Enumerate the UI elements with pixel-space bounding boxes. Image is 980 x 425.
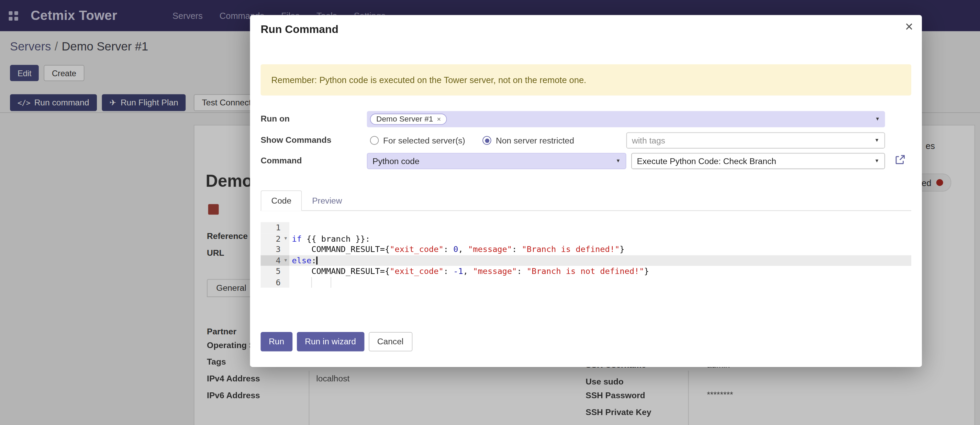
run-on-label: Run on (261, 114, 290, 124)
run-button[interactable]: Run (261, 332, 292, 351)
code-line-text[interactable] (290, 222, 911, 233)
command-label: Command (261, 156, 302, 165)
command-type-select[interactable]: Python code ▼ (367, 153, 627, 169)
text-cursor (317, 256, 318, 264)
caret-down-icon: ▼ (875, 159, 879, 164)
external-link-icon[interactable] (894, 154, 906, 168)
caret-down-icon: ▼ (875, 117, 880, 122)
server-tag-label: Demo Server #1 (376, 115, 433, 123)
with-tags-select[interactable]: with tags ▼ (627, 132, 885, 148)
run-command-modal: Run Command × Remember: Python code is e… (250, 15, 922, 367)
tab-code[interactable]: Code (261, 190, 302, 211)
line-number: 6 (261, 277, 290, 288)
editor-line-1[interactable]: 1 (261, 222, 911, 233)
command-select[interactable]: Execute Python Code: Check Branch ▼ (631, 153, 885, 169)
code-line-text[interactable]: COMMAND_RESULT={"exit_code": -1, "messag… (290, 266, 911, 277)
code-line-text[interactable]: if {{ branch }}: (290, 233, 911, 244)
line-number: 5 (261, 266, 290, 277)
code-line-text[interactable]: else: (290, 255, 911, 266)
code-line-text[interactable]: COMMAND_RESULT={"exit_code": 0, "message… (290, 244, 911, 255)
editor-line-3[interactable]: 3 COMMAND_RESULT={"exit_code": 0, "messa… (261, 244, 911, 255)
server-tag[interactable]: Demo Server #1 × (370, 114, 447, 125)
screen: Cetmix Tower Servers Commands Files Tool… (0, 0, 980, 425)
caret-down-icon: ▼ (616, 159, 620, 164)
line-number: 3 (261, 244, 290, 255)
line-number: 4▼ (261, 255, 290, 266)
fold-arrow-icon[interactable]: ▼ (282, 233, 290, 244)
editor-line-6[interactable]: 6 (261, 277, 911, 288)
command-value: Execute Python Code: Check Branch (632, 156, 776, 165)
remove-tag-icon[interactable]: × (437, 116, 441, 122)
code-editor[interactable]: 12▼if {{ branch }}:3 COMMAND_RESULT={"ex… (261, 222, 911, 288)
run-on-select[interactable]: Demo Server #1 × ▼ (367, 111, 885, 127)
radio-for-selected-servers-label[interactable]: For selected server(s) (383, 136, 465, 145)
with-tags-placeholder: with tags (627, 136, 665, 145)
caret-down-icon: ▼ (875, 138, 879, 143)
warning-text: Remember: Python code is executed on the… (271, 75, 586, 85)
command-type-value: Python code (368, 156, 420, 165)
close-icon[interactable]: × (905, 19, 913, 35)
show-commands-label: Show Commands (261, 135, 331, 144)
radio-non-server-restricted[interactable] (483, 136, 492, 144)
code-line-text[interactable] (290, 277, 911, 288)
line-number: 1 (261, 222, 290, 233)
modal-title: Run Command (261, 23, 338, 36)
editor-line-2[interactable]: 2▼if {{ branch }}: (261, 233, 911, 244)
line-number: 2▼ (261, 233, 290, 244)
modal-footer: Run Run in wizard Cancel (261, 332, 412, 351)
run-in-wizard-button[interactable]: Run in wizard (297, 332, 364, 351)
editor-line-4[interactable]: 4▼else: (261, 255, 911, 266)
cancel-button[interactable]: Cancel (368, 332, 412, 351)
radio-for-selected-servers[interactable] (370, 136, 379, 144)
fold-arrow-icon[interactable]: ▼ (282, 255, 290, 266)
show-commands-radios: For selected server(s) Non server restri… (367, 132, 592, 148)
editor-line-5[interactable]: 5 COMMAND_RESULT={"exit_code": -1, "mess… (261, 266, 911, 277)
modal-tabs: Code Preview (261, 190, 911, 211)
warning-banner: Remember: Python code is executed on the… (261, 64, 911, 95)
tab-preview[interactable]: Preview (302, 190, 352, 210)
radio-non-server-restricted-label[interactable]: Non server restricted (496, 136, 574, 145)
